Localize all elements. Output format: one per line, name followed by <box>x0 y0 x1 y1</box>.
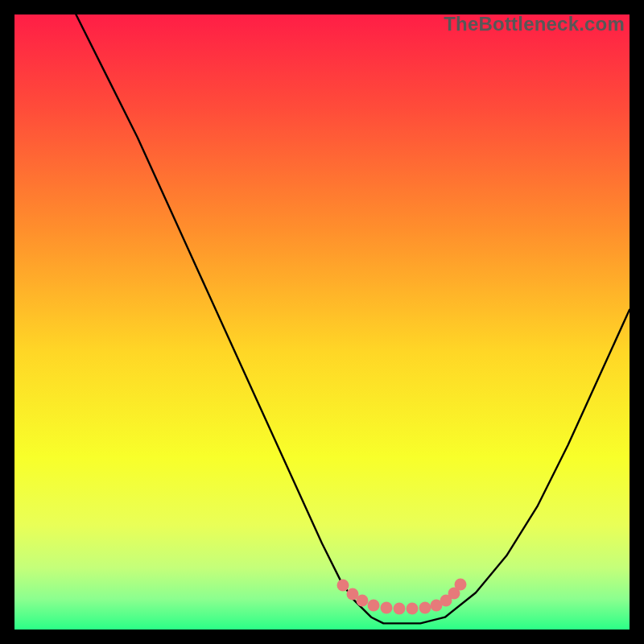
bottleneck-chart <box>14 14 630 630</box>
optimal-marker <box>368 600 380 612</box>
optimal-marker <box>337 580 349 592</box>
optimal-marker <box>357 595 369 607</box>
optimal-marker <box>407 603 419 615</box>
optimal-marker <box>419 602 431 614</box>
optimal-marker <box>381 602 393 614</box>
gradient-background <box>14 14 630 630</box>
optimal-marker <box>394 603 406 615</box>
chart-frame: TheBottleneck.com <box>14 14 630 630</box>
optimal-marker <box>455 579 467 591</box>
